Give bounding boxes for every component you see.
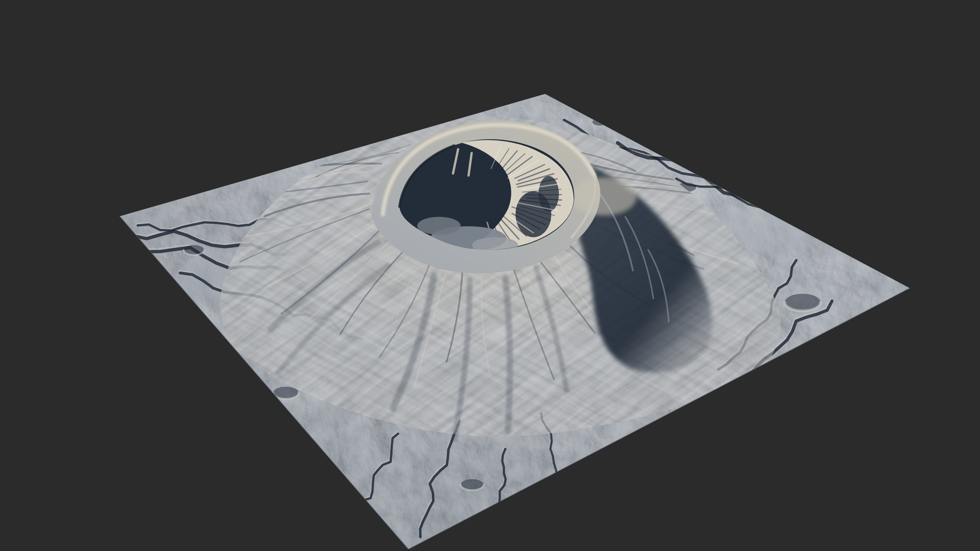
inner-wall-shadow-blob-2: [538, 176, 559, 212]
terrain-render-svg: [0, 0, 980, 551]
crater-floor-patch-2: [417, 217, 461, 235]
rim-outer-lit-patch: [570, 177, 637, 216]
render-viewport[interactable]: [0, 0, 980, 551]
crater-wall-groove: [526, 195, 562, 195]
